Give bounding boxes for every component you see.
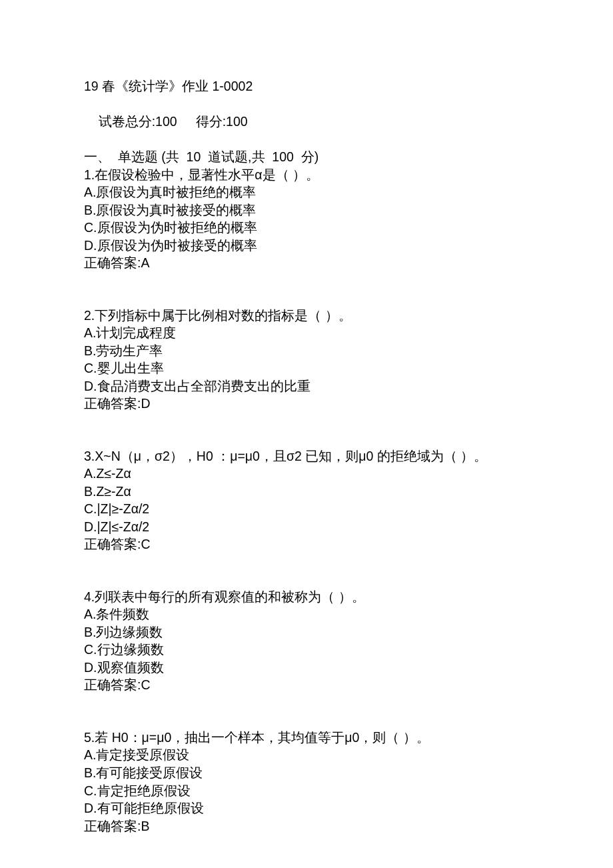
option: B.原假设为真时被接受的概率 — [84, 201, 537, 219]
answer-line: 正确答案:C — [84, 535, 537, 553]
question-block: 3.X~N（μ，σ2），H0 ：μ=μ0，且σ2 已知，则μ0 的拒绝域为（ ）… — [84, 447, 537, 553]
obtained-score: 得分:100 — [196, 114, 248, 129]
question-stem: 5.若 H0：μ=μ0，抽出一个样本，其均值等于μ0，则（ ）。 — [84, 729, 537, 747]
question-stem: 1.在假设检验中，显著性水平α是（ ）。 — [84, 166, 537, 184]
option: C.肯定拒绝原假设 — [84, 782, 537, 800]
question-block: 1.在假设检验中，显著性水平α是（ ）。 A.原假设为真时被拒绝的概率 B.原假… — [84, 166, 537, 272]
option: C.行边缘频数 — [84, 641, 537, 659]
answer-line: 正确答案:C — [84, 676, 537, 694]
option: B.列边缘频数 — [84, 623, 537, 641]
section-heading: 一、 单选题 (共 10 道试题,共 100 分) — [84, 148, 537, 166]
option: D.观察值频数 — [84, 659, 537, 677]
question-stem: 4.列联表中每行的所有观察值的和被称为（ ）。 — [84, 588, 537, 606]
option: A.Z≤-Zα — [84, 465, 537, 483]
doc-title: 19 春《统计学》作业 1-0002 — [84, 77, 537, 95]
option: A.肯定接受原假设 — [84, 746, 537, 764]
answer-line: 正确答案:D — [84, 395, 537, 413]
question-block: 5.若 H0：μ=μ0，抽出一个样本，其均值等于μ0，则（ ）。 A.肯定接受原… — [84, 729, 537, 835]
question-block: 4.列联表中每行的所有观察值的和被称为（ ）。 A.条件频数 B.列边缘频数 C… — [84, 588, 537, 694]
option: C.原假设为伪时被拒绝的概率 — [84, 219, 537, 237]
option: D.原假设为伪时被接受的概率 — [84, 237, 537, 255]
option: A.计划完成程度 — [84, 324, 537, 342]
answer-line: 正确答案:A — [84, 254, 537, 272]
question-stem: 2.下列指标中属于比例相对数的指标是（ ）。 — [84, 307, 537, 325]
option: C.|Z|≥-Zα/2 — [84, 500, 537, 518]
total-score: 试卷总分:100 — [99, 114, 177, 129]
option: B.劳动生产率 — [84, 342, 537, 360]
question-stem: 3.X~N（μ，σ2），H0 ：μ=μ0，且σ2 已知，则μ0 的拒绝域为（ ）… — [84, 447, 537, 465]
option: D.食品消费支出占全部消费支出的比重 — [84, 377, 537, 395]
option: A.原假设为真时被拒绝的概率 — [84, 183, 537, 201]
option: B.有可能接受原假设 — [84, 764, 537, 782]
score-line: 试卷总分:100得分:100 — [84, 95, 537, 149]
option: D.有可能拒绝原假设 — [84, 799, 537, 817]
option: B.Z≥-Zα — [84, 483, 537, 501]
question-block: 2.下列指标中属于比例相对数的指标是（ ）。 A.计划完成程度 B.劳动生产率 … — [84, 307, 537, 413]
option: D.|Z|≤-Zα/2 — [84, 518, 537, 536]
option: C.婴儿出生率 — [84, 359, 537, 377]
answer-line: 正确答案:B — [84, 817, 537, 835]
document-page: 19 春《统计学》作业 1-0002 试卷总分:100得分:100 一、 单选题… — [0, 0, 537, 868]
option: A.条件频数 — [84, 605, 537, 623]
